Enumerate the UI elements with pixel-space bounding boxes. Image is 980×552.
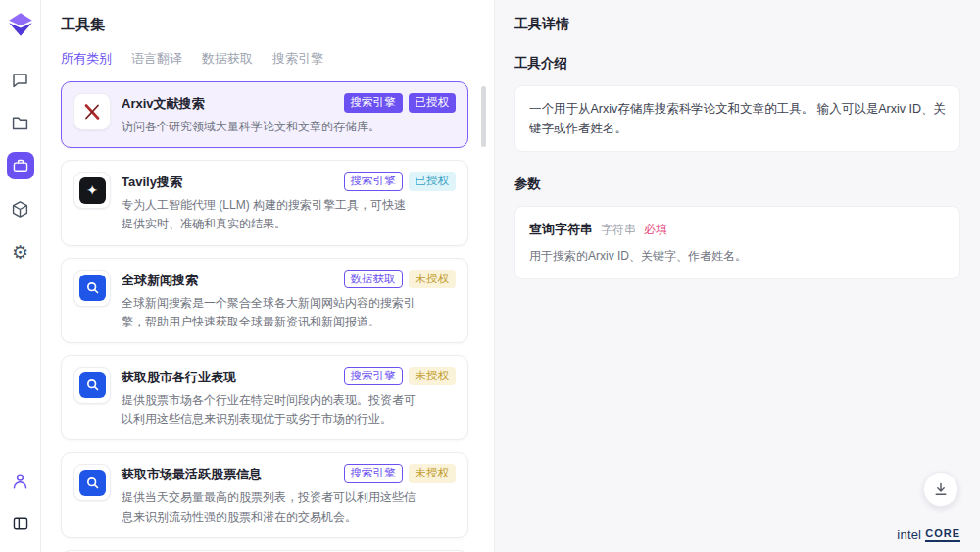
tool-card-arxiv[interactable]: Arxiv文献搜索 搜索引擎 已授权 访问各个研究领域大量科学论文和文章的存储库… [61, 81, 468, 148]
intel-core-logo: intel CORE [897, 527, 960, 542]
tool-description: 全球新闻搜索是一个聚合全球各大新闻网站内容的搜索引擎，帮助用户快速获取全球最新资… [122, 294, 416, 331]
params-heading: 参数 [514, 176, 960, 193]
param-description: 用于搜索的Arxiv ID、关键字、作者姓名。 [529, 247, 946, 266]
app-logo-icon [8, 12, 33, 37]
category-badge: 搜索引擎 [344, 93, 403, 113]
tool-list-panel: 工具集 所有类别 语言翻译 数据获取 搜索引擎 Arxiv文献搜索 搜索引擎 已… [41, 0, 495, 552]
left-rail: ⚙ [0, 0, 41, 552]
tab-translation[interactable]: 语言翻译 [131, 50, 182, 68]
page-title: 工具集 [61, 16, 468, 34]
category-badge: 搜索引擎 [344, 464, 403, 483]
auth-status-badge: 未授权 [409, 367, 457, 386]
auth-status-badge: 已授权 [409, 172, 457, 191]
finance-provider-logo-icon [74, 464, 111, 501]
news-provider-logo-icon [74, 270, 111, 307]
detail-title: 工具详情 [514, 16, 960, 33]
tavily-logo-icon: ✦ [74, 172, 111, 209]
param-required-flag: 必填 [644, 221, 667, 239]
tab-all-categories[interactable]: 所有类别 [61, 50, 112, 68]
download-button[interactable] [923, 472, 958, 507]
cube-icon[interactable] [7, 195, 34, 223]
tool-list: Arxiv文献搜索 搜索引擎 已授权 访问各个研究领域大量科学论文和文章的存储库… [61, 81, 468, 552]
intro-text: 一个用于从Arxiv存储库搜索科学论文和文章的工具。 输入可以是Arxiv ID… [529, 102, 946, 135]
tool-card-sector-performance[interactable]: 获取股市各行业表现 搜索引擎 未授权 提供股票市场各个行业在特定时间段内的表现。… [61, 355, 468, 440]
toolbox-icon[interactable] [7, 152, 34, 179]
tool-card-global-news[interactable]: 全球新闻搜索 数据获取 未授权 全球新闻搜索是一个聚合全球各大新闻网站内容的搜索… [61, 258, 468, 343]
folder-icon[interactable] [7, 109, 34, 136]
tool-name: 获取股市各行业表现 [122, 367, 236, 386]
brand-primary: intel [897, 527, 921, 542]
brand-secondary: CORE [925, 527, 960, 542]
settings-gear-icon[interactable]: ⚙ [7, 238, 34, 266]
tab-data-fetch[interactable]: 数据获取 [202, 50, 253, 68]
intro-heading: 工具介绍 [514, 55, 960, 73]
collapse-panel-icon[interactable] [7, 510, 34, 537]
category-badge: 数据获取 [344, 270, 403, 289]
arxiv-logo-icon [74, 93, 111, 130]
tool-card-active-stocks[interactable]: 获取市场最活跃股票信息 搜索引擎 未授权 提供当天交易量最高的股票列表，投资者可… [61, 452, 468, 537]
param-type: 字符串 [601, 221, 636, 239]
param-card: 查询字符串 字符串 必填 用于搜索的Arxiv ID、关键字、作者姓名。 [514, 206, 960, 279]
tool-description: 提供股票市场各个行业在特定时间段内的表现。投资者可以利用这些信息来识别表现优于或… [122, 391, 416, 428]
tool-description: 访问各个研究领域大量科学论文和文章的存储库。 [122, 118, 416, 136]
user-profile-icon[interactable] [7, 467, 34, 494]
finance-provider-logo-icon [74, 367, 111, 404]
intro-card: 一个用于从Arxiv存储库搜索科学论文和文章的工具。 输入可以是Arxiv ID… [514, 85, 960, 152]
tool-description: 提供当天交易量最高的股票列表，投资者可以利用这些信息来识别流动性强的股票和潜在的… [122, 488, 416, 526]
category-tabs: 所有类别 语言翻译 数据获取 搜索引擎 [61, 50, 468, 68]
tool-description: 专为人工智能代理 (LLM) 构建的搜索引擎工具，可快速提供实时、准确和真实的结… [122, 196, 416, 233]
tool-name: 获取市场最活跃股票信息 [122, 464, 262, 483]
auth-status-badge: 未授权 [409, 270, 457, 289]
tab-search-engine[interactable]: 搜索引擎 [272, 50, 323, 68]
tool-card-tavily[interactable]: ✦ Tavily搜索 搜索引擎 已授权 专为人工智能代理 (LLM) 构建的搜索… [61, 160, 468, 245]
auth-status-badge: 已授权 [409, 93, 457, 113]
tool-name: Arxiv文献搜索 [122, 93, 205, 113]
tool-name: 全球新闻搜索 [122, 270, 198, 289]
category-badge: 搜索引擎 [344, 172, 403, 191]
list-scrollbar-thumb[interactable] [481, 86, 486, 147]
chat-icon[interactable] [7, 66, 34, 93]
category-badge: 搜索引擎 [344, 367, 403, 386]
tool-name: Tavily搜索 [122, 172, 182, 191]
auth-status-badge: 未授权 [409, 464, 457, 483]
tool-detail-panel: 工具详情 工具介绍 一个用于从Arxiv存储库搜索科学论文和文章的工具。 输入可… [495, 0, 980, 552]
param-name: 查询字符串 [529, 220, 593, 240]
